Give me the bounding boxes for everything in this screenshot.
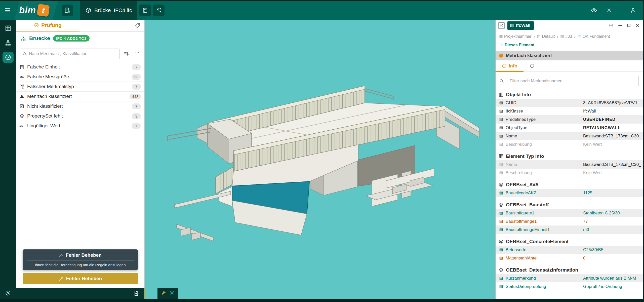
issue-row[interactable]: Nicht klassifiziert7 [16,101,144,111]
section-title: OEBBset_AVA [506,182,539,187]
tab-info[interactable]: Info [496,60,524,72]
property-row[interactable]: Baustoffguete1Stahlbeton C 25/30 [496,209,643,217]
model-icon [21,35,26,41]
issue-label: PropertySet fehlt [27,113,132,119]
property-row[interactable]: BeschreibungKein Wert [496,169,643,177]
record-icon[interactable] [609,23,614,28]
breadcrumb-item[interactable]: #33 [560,33,572,40]
section-title: Element Typ Info [506,154,544,159]
tab-issues[interactable] [524,60,541,72]
property-row[interactable]: MattenstahlAnteil0 [496,254,643,262]
user-account-icon[interactable] [630,7,636,13]
close-panel-icon[interactable] [635,23,640,28]
minimize-icon[interactable] [618,23,623,28]
property-row[interactable]: Baustoffmenge177 [496,217,643,225]
viewport-3d[interactable] [145,20,495,299]
property-row[interactable]: BaustoffmengeEinheit1m3 [496,225,643,234]
grid-icon [560,35,564,39]
property-row[interactable]: GUID3_AKRk8V58AB87jrzeVPVJ [496,99,643,107]
calculator-icon [19,64,24,69]
property-value: Kein Wert [583,142,641,147]
check-panel: Prüfung Bruecke IFC 4 ADD2 TC1 [16,20,145,288]
breadcrumb: Projektnummer›Default›#33›OK Fundament›D… [496,30,643,51]
property-row[interactable]: KurzanmerkungAttribute wurden aus BIM-M [496,274,643,282]
property-row[interactable]: StatusDatenpruefungGeprüft / in Ordnung [496,282,643,291]
user-arrows-icon [156,8,162,13]
issue-label: Ungültiger Wert [27,123,132,129]
breadcrumb-item[interactable]: Default [537,33,555,40]
issue-row[interactable]: Mehrfach klassifiziert448 [16,92,144,101]
issue-row[interactable]: Falsche Einheit7 [16,62,144,72]
model-row[interactable]: Bruecke IFC 4 ADD2 TC1 [16,32,144,45]
issue-row[interactable]: abcUngültiger Wert7 [16,121,144,131]
left-column: Prüfung Bruecke IFC 4 ADD2 TC1 [0,20,145,299]
tag-icon[interactable] [135,23,140,28]
maximize-icon[interactable] [627,23,631,28]
rail-pruefung-button[interactable] [3,52,14,63]
breadcrumb-item[interactable]: Projektnummer [499,33,531,40]
model-manager-button[interactable] [62,5,73,16]
issue-row[interactable]: Falscher Merkmalstyp7 [16,82,144,92]
focus-element-icon[interactable] [169,290,175,296]
property-filter-row [496,72,643,89]
file-tab-group: Brücke_IFC4.ifc [80,1,165,20]
check-report-button[interactable] [139,5,151,16]
file-tab[interactable]: Brücke_IFC4.ifc [80,1,137,20]
property-row[interactable]: NameBasiswand:STB_173cm_C30_ [496,132,643,140]
property-filter-box[interactable] [507,76,639,86]
menu-icon[interactable] [4,7,11,14]
topbar-right [591,7,643,14]
alert-circle-icon [530,63,535,68]
fix-errors-button[interactable]: Fehler Beheben [23,273,138,284]
app-logo[interactable]: bim t [16,1,57,20]
sort-ascending-button[interactable] [133,50,141,58]
layers-icon [499,268,504,273]
property-filter-input[interactable] [510,79,636,84]
wand-icon [59,276,64,281]
property-section-header: OEBBset_Datensatzinformation [496,266,643,274]
settings-gear-icon[interactable] [5,290,11,296]
export-report-icon[interactable] [133,290,139,296]
issue-search-input[interactable] [29,51,117,56]
sort-descending-button[interactable] [122,50,130,58]
issue-search-box[interactable] [20,49,120,59]
chevron-right-icon: › [533,32,535,41]
issue-row[interactable]: PropertySet fehlt3 [16,111,144,121]
model-name: Bruecke [29,35,50,41]
issue-count-badge: 7 [132,84,141,90]
chevron-right-icon: › [574,32,576,41]
share-model-button[interactable] [153,5,165,16]
rail-team-button[interactable] [3,37,14,48]
property-row[interactable]: BetonsorteC25/30/B5 [496,246,643,254]
property-row[interactable]: IfcKlasseIfcWall [496,107,643,115]
layers-icon [499,202,504,207]
bridge-3d-model[interactable] [145,20,495,299]
layers-icon [499,239,504,244]
visibility-icon[interactable] [591,7,597,14]
property-row[interactable]: ObjectTypeRETAININGWALL [496,124,643,132]
property-row[interactable]: NameBasiswand:STB_173cm_C30_ [496,160,643,169]
issue-alert-bar[interactable]: Mehrfach klassifiziert [496,51,643,60]
alert-icon [499,53,504,58]
property-row[interactable]: PredefinedTypeUSERDEFINED [496,115,643,124]
issue-search-row [16,45,144,62]
close-icon[interactable] [606,8,612,13]
topbar-divider [621,7,621,14]
rail-models-button[interactable] [3,23,14,34]
collapse-panel-button[interactable] [498,22,505,29]
breadcrumb-item[interactable]: OK Fundament [578,33,610,40]
sort-descending-icon [124,51,129,57]
issue-count-badge: 7 [132,64,141,70]
table-icon [499,211,503,215]
property-row[interactable]: BeschreibungKein Wert [496,140,643,148]
section-title: OEBBset_Baustoff [506,202,549,208]
property-label: Betonsorte [506,247,526,252]
tab-pruefung[interactable]: Prüfung [16,19,79,31]
table-icon [499,163,503,167]
issue-row[interactable]: Falsche Messgröße23 [16,72,144,82]
property-row[interactable]: BauteilcodeAKZ1125 [496,189,643,197]
tools-icon[interactable] [161,290,166,296]
breadcrumb-item[interactable]: Dieses Element [505,41,534,49]
info-icon [502,63,507,68]
property-value: Basiswand:STB_173cm_C30_ [583,162,641,167]
